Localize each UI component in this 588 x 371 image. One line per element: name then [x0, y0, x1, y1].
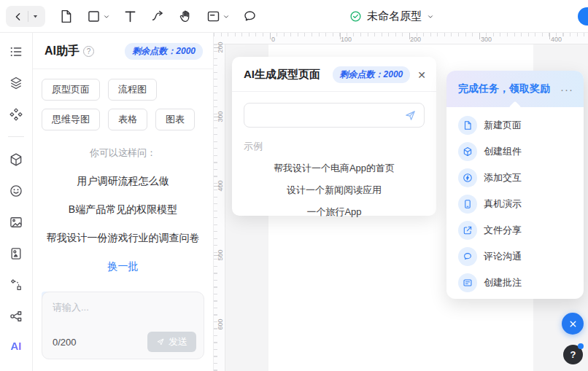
sidebar-divider: [8, 136, 24, 137]
refresh-suggestions-link[interactable]: 换一批: [33, 260, 213, 273]
text-tool-icon[interactable]: [123, 9, 138, 24]
modal-title: AI生成原型页面: [244, 68, 320, 82]
ruler-tick-label: 400: [217, 177, 224, 195]
send-button[interactable]: 发送: [147, 332, 196, 352]
task-label: 评论沟通: [484, 250, 522, 263]
more-menu-icon[interactable]: ···: [560, 84, 573, 95]
interaction-bolt-icon: [458, 168, 477, 187]
back-menu-caret-icon[interactable]: [32, 13, 39, 20]
task-label: 真机演示: [484, 198, 522, 211]
category-prototype-button[interactable]: 原型页面: [42, 79, 100, 101]
send-plane-icon: [156, 337, 165, 346]
new-page-icon: [458, 116, 477, 135]
category-table-button[interactable]: 表格: [108, 109, 147, 130]
task-label: 创建批注: [484, 276, 522, 289]
tool-icon-row: [58, 0, 258, 33]
ruler-tick-label: 300: [217, 108, 224, 125]
example-item[interactable]: 一个旅行App: [232, 206, 436, 219]
share-nodes-icon[interactable]: [7, 308, 25, 325]
suggestion-item[interactable]: B端产品常见的权限模型: [33, 203, 213, 216]
help-question-label: ?: [570, 349, 576, 360]
task-item-annotation[interactable]: 创建批注: [446, 270, 584, 296]
examples-label: 示例: [244, 140, 425, 153]
left-sidebar: AI: [0, 33, 33, 371]
close-banner-button[interactable]: [562, 313, 584, 335]
connector-tool-icon[interactable]: [150, 9, 166, 24]
prompt-input[interactable]: [252, 110, 404, 121]
task-item-file-share[interactable]: 文件分享: [446, 217, 584, 243]
task-item-comment[interactable]: 评论沟通: [446, 243, 584, 270]
task-item-device-preview[interactable]: 真机演示: [446, 191, 584, 217]
components-icon[interactable]: [7, 106, 25, 123]
back-icon[interactable]: [12, 11, 24, 23]
comment-tool-icon[interactable]: [242, 9, 258, 24]
category-mindmap-button[interactable]: 思维导图: [42, 109, 100, 130]
top-toolbar: 未命名原型: [0, 0, 588, 33]
char-counter: 0/200: [53, 337, 77, 348]
suggestion-item[interactable]: 用户调研流程怎么做: [33, 175, 213, 188]
share-out-icon: [458, 221, 477, 240]
notification-dot: [578, 343, 584, 349]
category-buttons: 原型页面 流程图 思维导图 表格 图表: [33, 69, 213, 130]
prompt-send-icon[interactable]: [404, 109, 417, 122]
help-button[interactable]: ?: [563, 345, 583, 364]
close-icon[interactable]: ✕: [417, 70, 426, 80]
back-button-group[interactable]: [6, 6, 45, 27]
tasks-title: 完成任务，领取奖励: [458, 82, 550, 95]
ruler-tick-label: 600: [217, 316, 224, 333]
vector-path-icon[interactable]: [7, 276, 25, 294]
ruler-tick-label: 500: [217, 246, 224, 264]
task-label: 文件分享: [484, 224, 522, 237]
category-chart-button[interactable]: 图表: [155, 109, 195, 130]
ai-panel-title: AI助手: [45, 44, 80, 59]
task-item-create-component[interactable]: 创建组件: [446, 138, 584, 165]
category-flowchart-button[interactable]: 流程图: [108, 79, 157, 101]
title-caret-icon[interactable]: [427, 13, 434, 20]
ruler-tick-label: 200: [217, 39, 224, 56]
example-item[interactable]: 设计一个新闻阅读应用: [232, 184, 436, 197]
modal-input-row: [244, 103, 425, 128]
suggestion-item[interactable]: 帮我设计一份游戏行业的调查问卷: [33, 232, 213, 245]
tasks-reward-panel: 完成任务，领取奖励 ··· 新建页面 创建组件 添加交互: [446, 71, 584, 299]
component-cube-icon: [458, 142, 477, 161]
ask-hint-label: 你可以这样问：: [33, 147, 213, 160]
ai-tools-icon[interactable]: AI: [7, 337, 25, 354]
comment-bubble-icon: [458, 247, 477, 266]
document-title-area[interactable]: 未命名原型: [349, 0, 434, 33]
chat-input[interactable]: [45, 295, 201, 330]
task-item-add-interaction[interactable]: 添加交互: [446, 165, 584, 191]
send-label: 发送: [169, 335, 187, 348]
phone-icon: [458, 195, 477, 214]
shape-caret-icon: [103, 13, 110, 20]
ai-help-icon[interactable]: ?: [83, 46, 94, 57]
template-file-icon[interactable]: [7, 245, 25, 262]
task-label: 创建组件: [484, 145, 522, 158]
hand-tool-icon[interactable]: [178, 9, 193, 24]
ruler-tick-label: 100: [341, 36, 352, 43]
ai-generate-modal: AI生成原型页面 剩余点数：2000 ✕ 示例 帮我设计一个电商App的首页 设…: [232, 57, 436, 216]
tasks-header: 完成任务，领取奖励 ···: [446, 71, 584, 107]
task-label: 添加交互: [484, 171, 522, 184]
ai-assistant-panel: AI助手 ? 剩余点数：2000 原型页面 流程图 思维导图 表格 图表 你可以…: [33, 33, 214, 371]
ruler-tick-label: 400: [551, 36, 562, 43]
canvas-area[interactable]: 0 100 200 300 400 200 300 400 500 600 AI…: [214, 33, 588, 371]
task-label: 新建页面: [484, 119, 522, 132]
image-icon[interactable]: [7, 214, 25, 231]
chat-input-card: 0/200 发送: [42, 292, 204, 359]
ruler-tick-label: 200: [410, 36, 421, 43]
task-item-new-page[interactable]: 新建页面: [446, 112, 584, 138]
horizontal-ruler: 0 100 200 300 400: [214, 33, 588, 44]
user-avatar[interactable]: [578, 7, 588, 26]
shape-tool-button[interactable]: [86, 9, 110, 24]
component-box-icon[interactable]: [7, 151, 25, 168]
saved-check-icon: [349, 10, 362, 23]
ruler-tick-label: 0: [271, 36, 275, 43]
emoji-icon[interactable]: [7, 182, 25, 200]
back-divider: [28, 11, 28, 22]
layers-icon[interactable]: [7, 74, 25, 92]
new-page-icon[interactable]: [58, 9, 74, 24]
example-item[interactable]: 帮我设计一个电商App的首页: [232, 162, 436, 175]
close-x-icon: [568, 319, 578, 329]
pages-list-icon[interactable]: [7, 43, 25, 60]
frame-tool-button[interactable]: [206, 9, 230, 24]
